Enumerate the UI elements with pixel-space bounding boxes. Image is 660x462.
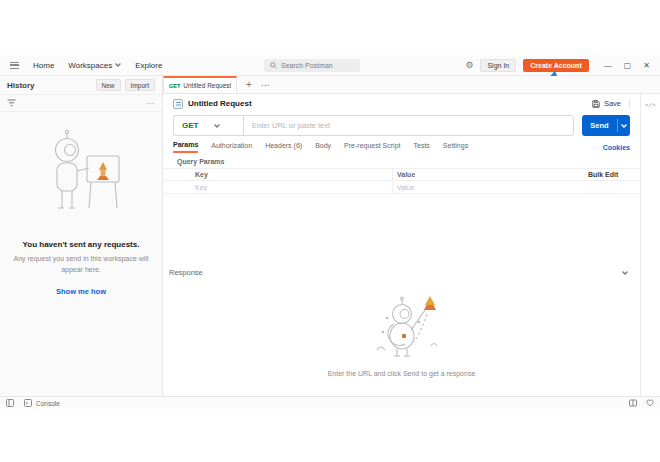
console-icon [24, 399, 32, 407]
help-icon[interactable] [646, 399, 654, 407]
response-section-header: Response [169, 268, 634, 277]
value-input[interactable] [397, 184, 584, 191]
table-row [163, 181, 640, 194]
split-pane-icon[interactable] [629, 399, 637, 407]
menu-icon[interactable] [10, 62, 19, 69]
status-bar: Console [0, 396, 660, 409]
tab-method-badge: GET [169, 83, 180, 89]
method-select[interactable]: GET [173, 115, 243, 136]
window-controls: — ▢ ✕ [604, 62, 654, 70]
history-panel-title: History [7, 81, 92, 90]
filter-icon[interactable] [7, 99, 16, 107]
request-tabstrip: GET Untitled Request + ⋯ [163, 76, 660, 94]
query-params-label: Query Params [177, 158, 224, 165]
value-column-header: Value [397, 171, 415, 178]
new-tab-button[interactable]: + [246, 80, 252, 90]
history-empty-title: You haven't sent any requests. [0, 240, 162, 249]
rocket-launch-illustration [347, 288, 457, 360]
collapse-response-icon[interactable] [622, 271, 628, 275]
history-empty-state: You haven't sent any requests. Any reque… [0, 112, 162, 296]
tab-body[interactable]: Body [315, 142, 331, 152]
console-button[interactable]: Console [24, 399, 60, 407]
import-button[interactable]: Import [125, 79, 155, 91]
main-workbench: GET Untitled Request + ⋯ </> Untitled Re… [163, 76, 660, 396]
sign-in-button[interactable]: Sign In [480, 59, 516, 72]
request-icon [173, 99, 183, 109]
search-input[interactable]: Search Postman [264, 59, 360, 72]
send-options-icon[interactable] [617, 119, 630, 132]
history-empty-subtitle: Any request you send in this workspace w… [11, 254, 151, 275]
tab-pre-request-script[interactable]: Pre-request Script [344, 142, 400, 152]
cookies-link[interactable]: Cookies [603, 144, 630, 151]
tab-params[interactable]: Params [173, 141, 198, 153]
bulk-edit-link[interactable]: Bulk Edit [588, 171, 640, 178]
tab-untitled-request[interactable]: GET Untitled Request [163, 76, 237, 93]
minimize-icon[interactable]: — [604, 62, 612, 70]
response-empty-caption: Enter the URL and click Send to get a re… [163, 370, 640, 377]
nav-home[interactable]: Home [33, 61, 54, 70]
close-icon[interactable]: ✕ [643, 62, 650, 70]
checkbox-column [163, 169, 191, 180]
save-button[interactable]: Save [592, 99, 630, 108]
url-builder: GET Send [173, 115, 630, 136]
request-title: Untitled Request [188, 99, 592, 108]
nav-workspaces[interactable]: Workspaces [68, 61, 121, 70]
nav-explore[interactable]: Explore [135, 61, 162, 70]
history-more-icon[interactable]: ⋯ [146, 99, 155, 108]
new-button[interactable]: New [96, 79, 121, 91]
key-column-header: Key [195, 171, 208, 178]
show-me-how-link[interactable]: Show me how [0, 287, 162, 296]
maximize-icon[interactable]: ▢ [624, 62, 632, 70]
key-input[interactable] [195, 184, 388, 191]
search-icon [270, 62, 277, 69]
send-button[interactable]: Send [582, 115, 630, 136]
response-label: Response [169, 268, 203, 277]
chevron-down-icon [214, 124, 220, 128]
search-placeholder: Search Postman [281, 62, 333, 69]
postman-app-window: Home Workspaces Explore Search Postman ⚙… [0, 0, 660, 462]
row-checkbox[interactable] [163, 181, 191, 193]
right-rail: </> [640, 94, 660, 396]
query-params-table: Key Value Bulk Edit [163, 168, 640, 194]
tab-tests[interactable]: Tests [414, 142, 430, 152]
sidebar-history-panel: History New Import ⋯ [0, 76, 163, 396]
astronaut-illustration [29, 126, 133, 230]
request-header: Untitled Request Save [163, 94, 640, 113]
table-header-row: Key Value Bulk Edit [163, 168, 640, 181]
tab-headers[interactable]: Headers (6) [265, 142, 302, 152]
url-input[interactable] [243, 115, 574, 136]
request-subtabs: Params Authorization Headers (6) Body Pr… [173, 140, 630, 154]
save-icon [592, 100, 600, 108]
create-account-button[interactable]: Create Account [523, 59, 588, 72]
response-empty-state: Enter the URL and click Send to get a re… [163, 288, 640, 377]
tab-settings[interactable]: Settings [443, 142, 468, 152]
chevron-down-icon [115, 63, 121, 67]
settings-gear-icon[interactable]: ⚙ [465, 61, 473, 70]
code-snippet-icon[interactable]: </> [645, 102, 656, 396]
tab-title: Untitled Request [183, 82, 231, 89]
toggle-sidebar-icon[interactable] [6, 399, 14, 407]
topbar: Home Workspaces Explore Search Postman ⚙… [0, 55, 660, 76]
tab-options-icon[interactable]: ⋯ [261, 80, 271, 90]
tab-authorization[interactable]: Authorization [211, 142, 252, 152]
